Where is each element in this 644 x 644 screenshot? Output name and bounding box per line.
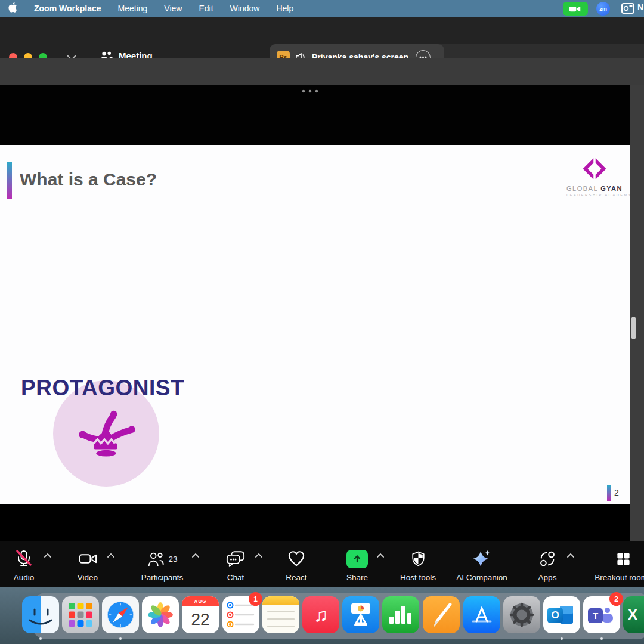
appstore-a-icon [470, 603, 494, 627]
dock-pages[interactable] [423, 596, 460, 633]
menu-app-name[interactable]: Zoom Workplace [26, 4, 110, 13]
record-window-icon [621, 2, 636, 14]
numbers-bars-icon [389, 605, 412, 625]
screen: Zoom Workplace Meeting View Edit Window … [0, 0, 644, 644]
dock-keynote[interactable] [342, 596, 379, 633]
share-button[interactable]: Share [333, 541, 381, 587]
video-icon [79, 552, 97, 566]
dock-launchpad[interactable] [62, 596, 99, 633]
excel-x-letter: X [628, 606, 637, 623]
presentation-slide: What is a Case? GLOBAL GYAN LEADERSHIP A… [0, 145, 630, 504]
outlook-o-tile: O [547, 608, 563, 623]
host-tools-button[interactable]: Host tools [388, 541, 448, 587]
gear-icon [503, 596, 540, 633]
share-view-gutter [630, 85, 644, 541]
dock-music[interactable]: ♫ [302, 596, 339, 633]
page-number: 2 [614, 488, 619, 497]
apps-chevron-icon[interactable] [567, 553, 574, 558]
chat-icon [226, 550, 245, 568]
breakout-rooms-button[interactable]: Breakout rooms [581, 541, 644, 587]
participants-button[interactable]: 23 Participants [126, 541, 198, 587]
chat-button[interactable]: Chat [212, 541, 259, 587]
notes-header [262, 596, 299, 605]
dock-outlook[interactable]: O [543, 596, 580, 633]
drag-handle-dots-icon[interactable] [302, 89, 318, 93]
apps-icon [538, 550, 556, 568]
logo-subtitle: LEADERSHIP ACADEMY [566, 193, 623, 197]
ai-companion-button[interactable]: AI Companion [446, 541, 518, 587]
zoom-window-titlebar: Meeting Ps Priyanka sahay's screen [0, 17, 644, 58]
finder-running-dot [39, 637, 42, 640]
video-chevron-icon[interactable] [107, 553, 114, 558]
participants-icon [147, 550, 165, 568]
chat-chevron-icon[interactable] [255, 553, 262, 558]
teams-person-body [602, 614, 613, 623]
apple-menu[interactable] [0, 2, 26, 15]
share-arrow-icon [352, 553, 363, 564]
dock-settings[interactable] [503, 596, 540, 633]
protagonist-label: PROTAGONIST [21, 376, 184, 401]
calendar-month: AUG [182, 596, 219, 606]
launchpad-grid-icon [69, 603, 92, 627]
audio-chevron-icon[interactable] [44, 553, 51, 558]
participants-chevron-icon[interactable] [192, 553, 199, 558]
menubar-right-letter: N [637, 2, 644, 14]
breakout-grid-icon [615, 550, 632, 568]
menu-window[interactable]: Window [222, 4, 268, 13]
react-button[interactable]: React [273, 541, 320, 587]
dock-numbers[interactable] [382, 596, 419, 633]
teams-person-head [605, 608, 610, 613]
screen-record-status-icon[interactable] [621, 2, 636, 14]
dock-excel[interactable]: X [623, 596, 644, 633]
zoom-menubar-icon[interactable]: zm [596, 2, 610, 16]
video-camera-icon [569, 5, 582, 13]
music-note-icon: ♫ [314, 604, 328, 626]
apps-button[interactable]: Apps [524, 541, 571, 587]
teams-badge: 2 [609, 592, 623, 606]
slide-title: What is a Case? [20, 169, 157, 190]
finder-face-icon [22, 596, 59, 633]
share-green-button[interactable] [346, 550, 368, 568]
participants-count: 23 [168, 555, 177, 564]
reminders-list-icon [227, 602, 255, 627]
camera-active-indicator[interactable] [563, 2, 588, 16]
keynote-podium-icon [350, 603, 371, 627]
menu-view[interactable]: View [156, 4, 190, 13]
reminders-badge: 1 [249, 592, 262, 606]
notes-lines-icon [267, 611, 295, 630]
share-chevron-icon[interactable] [377, 553, 384, 558]
audio-button[interactable]: Audio [0, 541, 48, 587]
teams-running-dot [600, 637, 603, 640]
shared-screen-letterbox-bottom [0, 504, 630, 541]
title-accent-bar [7, 162, 12, 199]
macos-menu-bar: Zoom Workplace Meeting View Edit Window … [0, 0, 644, 17]
shared-screen-letterbox-top [0, 85, 630, 145]
video-button[interactable]: Video [64, 541, 112, 587]
ai-companion-sparkle-icon [472, 550, 491, 568]
menu-help[interactable]: Help [268, 4, 302, 13]
safari-compass-icon [104, 599, 137, 631]
dock-notes[interactable] [262, 596, 299, 633]
dock-finder[interactable] [22, 596, 59, 633]
pages-pen-icon [429, 601, 454, 628]
scrollbar-thumb[interactable] [631, 317, 636, 339]
dock-safari[interactable] [102, 596, 139, 633]
dock-photos[interactable] [142, 596, 179, 633]
safari-running-dot [119, 637, 122, 640]
calendar-day: 22 [182, 606, 219, 633]
meeting-window-band [0, 58, 644, 85]
outlook-running-dot [561, 637, 563, 640]
mic-muted-icon [15, 550, 33, 568]
menu-meeting[interactable]: Meeting [110, 4, 156, 13]
jester-icon [74, 407, 138, 460]
dock-calendar[interactable]: AUG 22 [182, 596, 219, 633]
dock-appstore[interactable] [463, 596, 500, 633]
menu-edit[interactable]: Edit [190, 4, 221, 13]
teams-t-tile: T [588, 608, 603, 623]
shield-icon [410, 550, 426, 568]
globalgyan-logo-icon [581, 156, 608, 181]
logo-wordmark: GLOBAL GYAN [566, 185, 623, 192]
page-number-accent-bar [607, 485, 611, 501]
globalgyan-logo: GLOBAL GYAN LEADERSHIP ACADEMY [566, 156, 623, 197]
apple-icon [8, 2, 17, 13]
